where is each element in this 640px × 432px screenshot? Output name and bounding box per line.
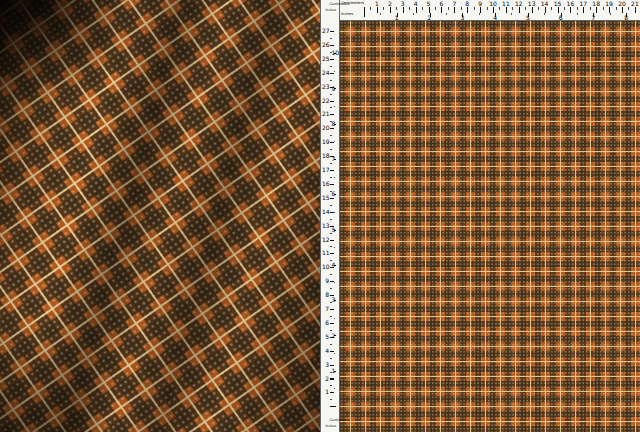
vertical-ruler-bottom-inch-label: Inches (325, 424, 336, 427)
vertical-inch-number: 10 (332, 50, 339, 56)
horizontal-cm-number: 13 (528, 1, 536, 7)
vertical-cm-number: 18 (322, 153, 329, 159)
horizontal-cm-number: 4 (414, 1, 418, 7)
vertical-cm-number: 4 (322, 348, 329, 354)
horizontal-inch-number: 8 (624, 15, 628, 21)
draped-fabric (0, 0, 321, 432)
vertical-cm-number: 21 (322, 111, 329, 117)
vertical-cm-number: 15 (322, 195, 329, 201)
vertical-cm-number: 10 (322, 264, 329, 270)
horizontal-cm-number: 7 (452, 1, 456, 7)
fabric-product-photo: Centimeters Inches 272625242322212019181… (0, 0, 640, 432)
vertical-inch-number: 2 (332, 333, 339, 339)
vertical-cm-number: 17 (322, 167, 329, 173)
horizontal-inch-number: 4 (493, 15, 497, 21)
horizontal-ruler: Centimeters Inches 123456789101112131415… (340, 0, 640, 21)
vertical-cm-number: 14 (322, 209, 329, 215)
vertical-ruler-bottom-labels: Centimeters Inches (321, 418, 339, 430)
horizontal-cm-number: 11 (502, 1, 510, 7)
vertical-inch-number: 5 (332, 227, 339, 233)
horizontal-inch-number: 2 (428, 15, 432, 21)
vertical-ruler-top-labels: Centimeters Inches (321, 2, 339, 14)
vertical-cm-number: 3 (322, 362, 329, 368)
horizontal-cm-number: 8 (465, 1, 469, 7)
horizontal-cm-number: 12 (515, 1, 523, 7)
horizontal-cm-number: 9 (478, 1, 482, 7)
vertical-inch-number: 4 (332, 262, 339, 268)
vertical-inch-number: 1 (332, 368, 339, 374)
horizontal-cm-number: 6 (439, 1, 443, 7)
vertical-cm-number: 6 (322, 320, 329, 326)
vertical-cm-number: 2 (322, 376, 329, 382)
vertical-cm-number: 20 (322, 125, 329, 131)
vertical-cm-number: 12 (322, 237, 329, 243)
horizontal-cm-number: 15 (554, 1, 562, 7)
vertical-cm-number: 8 (322, 292, 329, 298)
flat-fabric-swatch (340, 21, 640, 432)
fabric-fold-shadows (0, 0, 321, 432)
horizontal-cm-number: 20 (618, 1, 626, 7)
horizontal-ruler-inch-label: Inches (341, 12, 353, 16)
horizontal-inch-number: 7 (591, 15, 595, 21)
horizontal-cm-number: 19 (605, 1, 613, 7)
vertical-inch-number: 3 (332, 297, 339, 303)
horizontal-cm-number: 14 (541, 1, 549, 7)
vertical-inch-number: 8 (332, 121, 339, 127)
vertical-cm-number: 11 (322, 250, 329, 256)
vertical-cm-number: 13 (322, 223, 329, 229)
horizontal-ruler-inch-ticks (364, 13, 640, 17)
horizontal-cm-number: 18 (592, 1, 600, 7)
vertical-cm-number: 19 (322, 139, 329, 145)
vertical-cm-number: 16 (322, 181, 329, 187)
horizontal-cm-number: 2 (388, 1, 392, 7)
vertical-cm-number: 25 (322, 56, 329, 62)
horizontal-inch-number: 5 (526, 15, 530, 21)
vertical-ruler-top-cm-label: Centimeters (329, 2, 349, 5)
vertical-cm-number: 7 (322, 306, 329, 312)
horizontal-inch-number: 6 (559, 15, 563, 21)
vertical-cm-number: 26 (322, 42, 329, 48)
vertical-ruler-top-inch-label: Inches (325, 8, 336, 11)
vertical-cm-number: 1 (322, 389, 329, 395)
horizontal-cm-number: 5 (427, 1, 431, 7)
horizontal-cm-number: 17 (579, 1, 587, 7)
vertical-cm-number: 22 (322, 98, 329, 104)
vertical-inch-number: 9 (332, 86, 339, 92)
horizontal-inch-number: 3 (460, 15, 464, 21)
vertical-cm-number: 9 (322, 278, 329, 284)
vertical-cm-number: 24 (322, 70, 329, 76)
horizontal-cm-number: 21 (631, 1, 639, 7)
horizontal-cm-number: 10 (489, 1, 497, 7)
vertical-inch-number: 6 (332, 191, 339, 197)
horizontal-cm-number: 3 (401, 1, 405, 7)
vertical-cm-number: 27 (322, 28, 329, 34)
horizontal-inch-number: 1 (395, 15, 399, 21)
horizontal-cm-number: 16 (567, 1, 575, 7)
vertical-ruler-bottom-cm-label: Centimeters (329, 418, 349, 421)
horizontal-cm-number: 1 (375, 1, 379, 7)
vertical-ruler: Centimeters Inches 272625242322212019181… (320, 0, 340, 432)
vertical-cm-number: 5 (322, 334, 329, 340)
vertical-inch-number: 7 (332, 156, 339, 162)
vertical-cm-number: 23 (322, 84, 329, 90)
